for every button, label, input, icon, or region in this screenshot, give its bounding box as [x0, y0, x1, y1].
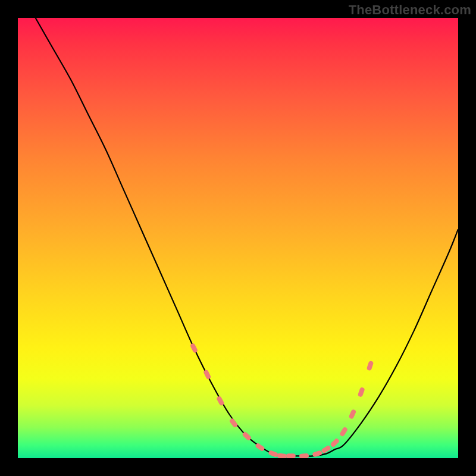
curve-marker [358, 387, 365, 397]
bottleneck-curve-svg [18, 18, 458, 458]
curve-marker [330, 438, 340, 448]
curve-marker [339, 427, 348, 437]
curve-marker [367, 361, 374, 371]
curve-marker [312, 450, 322, 457]
curve-marker-group [190, 343, 374, 458]
curve-marker [286, 453, 296, 458]
bottleneck-curve [36, 18, 458, 456]
watermark-text: TheBottleneck.com [349, 2, 471, 18]
curve-marker [348, 409, 356, 419]
curve-path-group [36, 18, 458, 456]
curve-marker [229, 418, 239, 428]
curve-marker [203, 369, 211, 380]
curve-marker [277, 453, 287, 458]
curve-marker [299, 453, 309, 458]
curve-marker [190, 343, 198, 353]
curve-marker [268, 450, 278, 458]
